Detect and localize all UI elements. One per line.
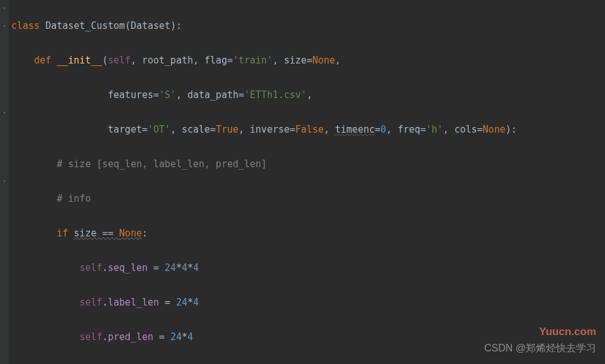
- param: cols: [454, 124, 477, 135]
- string: 'OT': [148, 124, 170, 135]
- none-literal: None: [313, 55, 335, 66]
- string: 'S': [159, 89, 176, 101]
- param: inverse: [250, 124, 289, 135]
- number: 24: [165, 262, 176, 273]
- fold-marker-icon[interactable]: ▾: [1, 178, 8, 184]
- param: flag: [204, 55, 227, 66]
- number: 24: [170, 331, 182, 343]
- code-editor[interactable]: ▾ ▾ ▾ ▾ class Dataset_Custom(Dataset): d…: [0, 0, 605, 364]
- none-literal: None: [483, 124, 506, 135]
- self: self: [79, 262, 102, 273]
- self: self: [79, 331, 102, 343]
- number: 24: [176, 297, 187, 308]
- attribute: pred_len: [108, 331, 153, 343]
- bool-literal: True: [216, 124, 238, 135]
- fold-marker-icon[interactable]: ▾: [1, 23, 8, 29]
- gutter: ▾ ▾ ▾ ▾: [0, 0, 9, 364]
- identifier: size == None: [74, 228, 142, 239]
- code-content[interactable]: class Dataset_Custom(Dataset): def __ini…: [9, 0, 605, 364]
- param-self: self: [108, 55, 131, 66]
- number: 4: [193, 262, 199, 273]
- class-name: Dataset_Custom: [45, 20, 125, 31]
- param: scale: [182, 124, 210, 135]
- string: 'ETTh1.csv': [244, 89, 306, 101]
- string: 'train': [233, 55, 272, 66]
- attribute: label_len: [108, 297, 159, 308]
- param: root_path: [142, 55, 193, 66]
- param: timeenc: [335, 124, 375, 135]
- number: 4: [187, 331, 193, 343]
- base-class: Dataset: [131, 20, 170, 31]
- fold-marker-icon[interactable]: ▾: [1, 5, 8, 11]
- param: features: [108, 89, 153, 101]
- param: data_path: [187, 89, 238, 101]
- bool-literal: False: [296, 124, 324, 135]
- self: self: [79, 297, 102, 308]
- param: target: [108, 124, 142, 135]
- string: 'h': [426, 124, 443, 135]
- fold-marker-icon[interactable]: ▾: [1, 109, 8, 116]
- number: 4: [182, 262, 187, 273]
- param: size: [284, 55, 307, 66]
- attribute: seq_len: [108, 262, 148, 273]
- keyword-def: def: [34, 55, 51, 66]
- number: 0: [380, 124, 386, 135]
- keyword-class: class: [11, 20, 40, 31]
- method-name: __init__: [57, 55, 102, 66]
- comment: # info: [57, 193, 91, 204]
- keyword-if: if: [57, 228, 68, 239]
- comment: # size [seq_len, label_len, pred_len]: [57, 158, 267, 170]
- number: 4: [193, 297, 199, 308]
- param: freq: [397, 124, 420, 135]
